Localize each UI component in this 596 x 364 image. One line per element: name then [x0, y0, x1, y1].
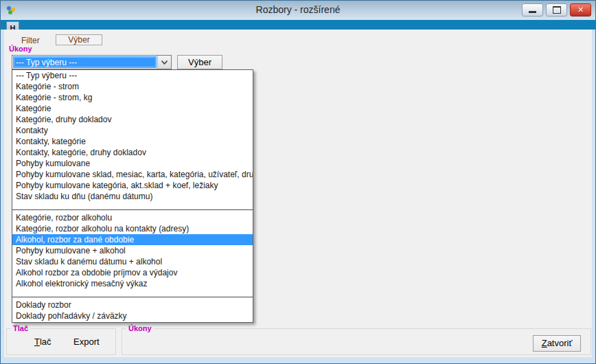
maximize-icon — [553, 6, 561, 14]
dropdown-item[interactable]: Kategórie, rozbor alkoholu — [12, 212, 253, 223]
list-separator — [12, 202, 253, 210]
window-title: Rozbory - rozšírené — [1, 4, 595, 15]
combobox-dropdown-button[interactable] — [157, 56, 171, 69]
typ-vyberu-listbox[interactable]: --- Typ výberu ---Kategórie - stromKateg… — [12, 69, 253, 323]
dropdown-item[interactable]: --- Typ výberu --- — [12, 70, 253, 81]
ukony-bottom-group-label: Úkony — [126, 324, 154, 332]
dropdown-item[interactable]: Kontakty — [12, 125, 253, 136]
combobox-value: --- Typ výberu --- — [13, 56, 157, 68]
dropdown-item[interactable]: Kategórie - strom, kg — [12, 92, 253, 103]
dropdown-item[interactable]: Kontakty, kategórie — [12, 136, 253, 147]
tlac-button[interactable]: Tlač — [34, 337, 51, 347]
close-button[interactable]: ✕ — [570, 3, 591, 16]
dropdown-item[interactable]: Stav skladu k danému dátumu + alkohol — [12, 256, 253, 267]
dropdown-item[interactable]: Alkohol elektronický mesačný výkaz — [12, 278, 253, 289]
zatvorit-button[interactable]: Zatvoriť — [533, 335, 581, 352]
dropdown-item[interactable]: Alkohol rozbor za obdobie príjmov a výda… — [12, 267, 253, 278]
titlebar[interactable]: Rozbory - rozšírené ✕ — [1, 1, 595, 21]
dropdown-item[interactable]: Pohyby kumulovane sklad, mesiac, karta, … — [12, 169, 253, 180]
vyber-button[interactable]: Výber — [177, 55, 222, 69]
chevron-down-icon — [161, 60, 168, 65]
ukony-group-label: Úkony — [9, 45, 32, 53]
dropdown-item[interactable]: Doklady rozbor — [12, 299, 253, 310]
maximize-button[interactable] — [546, 3, 567, 16]
export-button[interactable]: Export — [73, 337, 100, 347]
typ-vyberu-combobox[interactable]: --- Typ výberu --- — [12, 55, 172, 69]
tab-vyber[interactable]: Výber — [56, 34, 102, 45]
tlac-group: Tlač Tlač Export — [6, 328, 116, 355]
dropdown-item[interactable]: Kontakty, kategórie, druhy dokladov — [12, 147, 253, 158]
dropdown-item[interactable]: Kategórie, druhy dokladov — [12, 114, 253, 125]
dropdown-item[interactable]: Pohyby kumulovane + alkohol — [12, 245, 253, 256]
minimize-icon — [529, 11, 536, 13]
dropdown-item-selected[interactable]: Alkohol, rozbor za dané obdobie — [12, 234, 253, 245]
minimize-button[interactable] — [522, 3, 543, 16]
dropdown-item[interactable]: Kategórie — [12, 103, 253, 114]
header-band — [1, 20, 595, 30]
rozbory-window: Rozbory - rozšírené ✕ H Filter Výber Úko… — [0, 0, 596, 364]
dropdown-item[interactable]: Pohyby kumulovane kategória, akt.sklad +… — [12, 180, 253, 191]
dropdown-item[interactable]: Pohyby kumulovane — [12, 158, 253, 169]
dropdown-item[interactable]: Doklady pohľadávky / záväzky — [12, 310, 253, 321]
list-separator — [12, 289, 253, 297]
tlac-group-label: Tlač — [11, 324, 30, 332]
tab-filter[interactable]: Filter — [21, 36, 40, 45]
close-icon: ✕ — [577, 6, 584, 14]
ukony-bottom-group: Úkony Zatvoriť — [122, 328, 591, 355]
dropdown-item[interactable]: Kategórie - strom — [12, 81, 253, 92]
dropdown-item[interactable]: Stav skladu ku dňu (danému dátumu) — [12, 191, 253, 202]
dropdown-item[interactable]: Kategórie, rozbor alkoholu na kontakty (… — [12, 223, 253, 234]
